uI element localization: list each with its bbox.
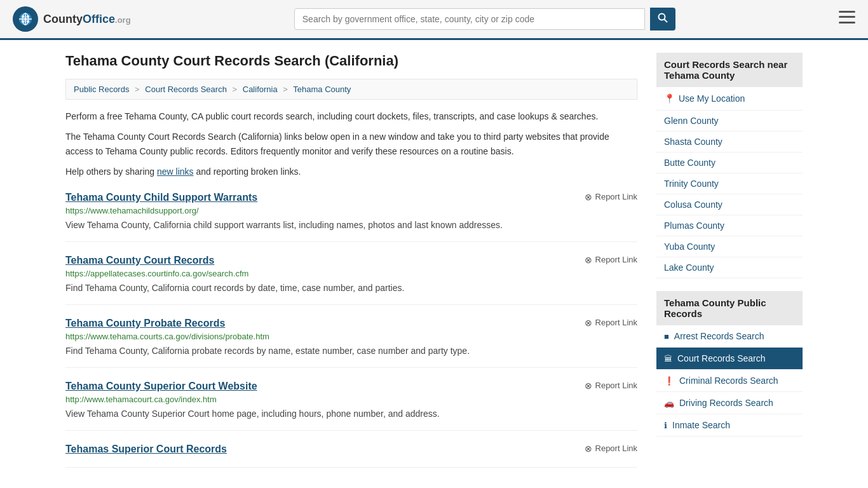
- nearby-county-item: Glenn County: [656, 111, 803, 132]
- search-button[interactable]: [650, 8, 675, 30]
- nearby-county-item: Colusa County: [656, 194, 803, 215]
- breadcrumb-tehama[interactable]: Tehama County: [293, 85, 351, 94]
- pub-record-item: ❗ Criminal Records Search: [656, 370, 803, 392]
- results-list: Tehama County Child Support Warrants ⊗ R…: [65, 192, 637, 468]
- result-title-link[interactable]: Tehamas Superior Court Records: [65, 444, 227, 455]
- location-icon: 📍: [664, 93, 675, 104]
- result-url: https://www.tehamachildsupport.org/: [65, 206, 637, 215]
- result-title-link[interactable]: Tehama County Court Records: [65, 255, 214, 266]
- nearby-county-link[interactable]: Butte County: [656, 152, 803, 173]
- result-title-link[interactable]: Tehama County Child Support Warrants: [65, 192, 257, 203]
- svg-line-11: [664, 20, 667, 23]
- report-icon: ⊗: [585, 444, 592, 454]
- public-records-list: ■ Arrest Records Search 🏛 Court Records …: [656, 325, 803, 437]
- result-item: Tehama County Superior Court Website ⊗ R…: [65, 381, 637, 431]
- result-title-link[interactable]: Tehama County Probate Records: [65, 318, 225, 329]
- page-title: Tehama County Court Records Search (Cali…: [65, 53, 637, 69]
- result-url: http://www.tehamacourt.ca.gov/index.htm: [65, 395, 637, 404]
- breadcrumb-sep1: >: [135, 85, 140, 94]
- report-label: Report Link: [595, 192, 637, 201]
- nearby-county-link[interactable]: Shasta County: [656, 132, 803, 152]
- nearby-header: Court Records Search near Tehama County: [656, 53, 803, 87]
- desc-para2: The Tehama County Court Records Search (…: [65, 130, 637, 158]
- public-records-header: Tehama County Public Records: [656, 291, 803, 325]
- result-url: https://www.tehama.courts.ca.gov/divisio…: [65, 332, 637, 341]
- svg-point-10: [658, 14, 665, 20]
- nearby-county-link[interactable]: Colusa County: [656, 194, 803, 215]
- result-title-link[interactable]: Tehama County Superior Court Website: [65, 381, 257, 392]
- logo-text: CountyOffice.org: [43, 13, 131, 26]
- svg-rect-12: [839, 11, 855, 13]
- pub-record-link[interactable]: 🚗 Driving Records Search: [656, 392, 803, 414]
- nearby-county-item: Trinity County: [656, 173, 803, 194]
- breadcrumb-public-records[interactable]: Public Records: [74, 85, 129, 94]
- nearby-county-link[interactable]: Trinity County: [656, 173, 803, 194]
- nearby-section: Court Records Search near Tehama County …: [656, 53, 803, 278]
- desc-para1: Perform a free Tehama County, CA public …: [65, 109, 637, 123]
- report-link[interactable]: ⊗ Report Link: [585, 444, 637, 454]
- search-area: [294, 8, 675, 30]
- new-links-link[interactable]: new links: [157, 166, 194, 177]
- rec-label: Driving Records Search: [679, 398, 773, 408]
- nearby-county-link[interactable]: Lake County: [656, 257, 803, 278]
- pub-record-link[interactable]: ℹ Inmate Search: [656, 414, 803, 436]
- report-icon: ⊗: [585, 318, 592, 328]
- report-label: Report Link: [595, 444, 637, 453]
- report-icon: ⊗: [585, 192, 592, 202]
- nearby-county-item: Lake County: [656, 257, 803, 278]
- header: CountyOffice.org: [0, 0, 868, 40]
- rec-label: Court Records Search: [677, 353, 766, 363]
- content-area: Tehama County Court Records Search (Cali…: [65, 53, 637, 480]
- use-location-link[interactable]: 📍 Use My Location: [656, 87, 803, 111]
- result-desc: View Tehama County Superior Court home p…: [65, 407, 637, 421]
- result-url: https://appellatecases.courtinfo.ca.gov/…: [65, 269, 637, 278]
- nearby-county-list: Glenn CountyShasta CountyButte CountyTri…: [656, 111, 803, 278]
- pub-record-item: 🚗 Driving Records Search: [656, 392, 803, 414]
- result-desc: Find Tehama County, California court rec…: [65, 281, 637, 295]
- report-icon: ⊗: [585, 255, 592, 265]
- rec-label: Arrest Records Search: [674, 331, 764, 341]
- rec-label: Inmate Search: [672, 420, 730, 430]
- public-records-section: Tehama County Public Records ■ Arrest Re…: [656, 291, 803, 437]
- breadcrumb-california[interactable]: California: [243, 85, 278, 94]
- breadcrumb-sep3: >: [283, 85, 288, 94]
- rec-icon: ℹ: [664, 421, 667, 430]
- rec-icon: 🏛: [664, 354, 672, 363]
- svg-rect-13: [839, 16, 855, 18]
- nearby-county-item: Butte County: [656, 152, 803, 173]
- report-link[interactable]: ⊗ Report Link: [585, 318, 637, 328]
- result-item: Tehamas Superior Court Records ⊗ Report …: [65, 444, 637, 468]
- nearby-county-item: Yuba County: [656, 236, 803, 257]
- rec-icon: 🚗: [664, 398, 674, 408]
- logo-icon: [13, 6, 38, 32]
- result-item: Tehama County Court Records ⊗ Report Lin…: [65, 255, 637, 305]
- nearby-county-item: Plumas County: [656, 215, 803, 236]
- search-input[interactable]: [294, 8, 645, 30]
- result-desc: Find Tehama County, California probate r…: [65, 344, 637, 358]
- breadcrumb-court-records[interactable]: Court Records Search: [145, 85, 227, 94]
- report-label: Report Link: [595, 381, 637, 390]
- logo-area: CountyOffice.org: [13, 6, 131, 32]
- nearby-county-link[interactable]: Plumas County: [656, 215, 803, 236]
- report-icon: ⊗: [585, 381, 592, 391]
- pub-record-link[interactable]: 🏛 Court Records Search: [656, 348, 803, 369]
- rec-icon: ❗: [664, 376, 674, 386]
- nearby-county-item: Shasta County: [656, 132, 803, 152]
- pub-record-item: ■ Arrest Records Search: [656, 325, 803, 348]
- breadcrumb: Public Records > Court Records Search > …: [65, 79, 637, 100]
- nearby-county-link[interactable]: Glenn County: [656, 111, 803, 132]
- report-label: Report Link: [595, 255, 637, 264]
- result-item: Tehama County Probate Records ⊗ Report L…: [65, 318, 637, 368]
- rec-icon: ■: [664, 332, 669, 341]
- pub-record-item: ℹ Inmate Search: [656, 414, 803, 437]
- pub-record-link[interactable]: ■ Arrest Records Search: [656, 325, 803, 347]
- pub-record-link[interactable]: ❗ Criminal Records Search: [656, 370, 803, 391]
- report-link[interactable]: ⊗ Report Link: [585, 255, 637, 265]
- menu-icon[interactable]: [839, 11, 855, 27]
- report-link[interactable]: ⊗ Report Link: [585, 192, 637, 202]
- result-item: Tehama County Child Support Warrants ⊗ R…: [65, 192, 637, 242]
- sidebar: Court Records Search near Tehama County …: [656, 53, 803, 480]
- nearby-county-link[interactable]: Yuba County: [656, 236, 803, 257]
- report-link[interactable]: ⊗ Report Link: [585, 381, 637, 391]
- rec-label: Criminal Records Search: [679, 376, 778, 386]
